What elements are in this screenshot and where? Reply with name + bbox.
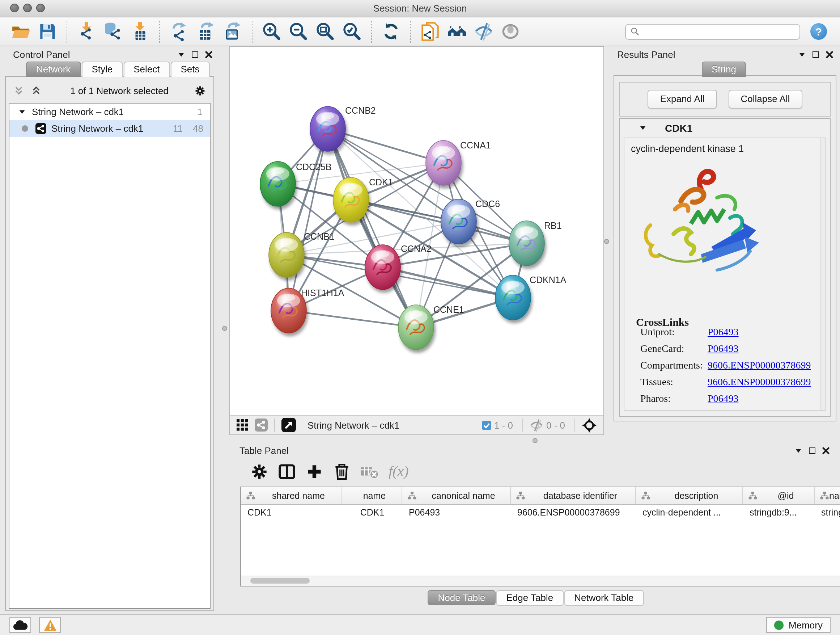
export-table-icon[interactable]: [196, 22, 216, 41]
close-panel-icon[interactable]: [822, 447, 830, 455]
cell-namespace: stringdb: [815, 508, 840, 518]
table-tab-node-table[interactable]: Node Table: [428, 590, 495, 605]
collapse-panel-icon[interactable]: [798, 51, 806, 59]
add-icon[interactable]: [305, 462, 324, 481]
column-header-namespace[interactable]: namespace: [815, 487, 840, 504]
results-panel: Results Panel String Expand All Collapse…: [608, 46, 840, 444]
column-header-shared-name[interactable]: shared name: [241, 487, 342, 504]
node-CCNA1[interactable]: [426, 141, 461, 185]
gear-icon[interactable]: [249, 462, 269, 481]
toolbar-separator: [410, 21, 411, 42]
table-row[interactable]: CDK1CDK1P064939606.ENSP00000378699cyclin…: [241, 505, 840, 521]
node-CCNB2[interactable]: [310, 106, 346, 151]
crosslink-value-link[interactable]: 9606.ENSP00000378699: [707, 360, 811, 371]
node-CDKN1A[interactable]: [495, 275, 531, 320]
node-CCNE1[interactable]: [398, 305, 434, 350]
node-CDC25B[interactable]: [260, 162, 295, 206]
table-tab-network-table[interactable]: Network Table: [564, 590, 644, 606]
node-section-header[interactable]: CDK1: [620, 119, 830, 137]
zoom-in-icon[interactable]: [262, 22, 281, 41]
node-CDC6[interactable]: [441, 199, 477, 244]
node-CDK1[interactable]: [333, 177, 369, 222]
search-input[interactable]: [643, 26, 795, 37]
close-panel-icon[interactable]: [826, 51, 834, 59]
column-header-database-identifier[interactable]: database identifier: [511, 487, 636, 504]
control-tab-select[interactable]: Select: [123, 62, 170, 77]
crosslink-value-link[interactable]: P06493: [707, 343, 739, 355]
section-expander-icon[interactable]: [639, 124, 647, 132]
warnings-button[interactable]: [39, 617, 61, 633]
zoom-out-icon[interactable]: [289, 22, 308, 41]
control-tab-network[interactable]: Network: [26, 62, 81, 77]
node-CCNB1[interactable]: [269, 233, 304, 277]
share-document-icon[interactable]: [420, 22, 440, 41]
results-tab-string[interactable]: String: [701, 62, 746, 77]
collapse-all-button[interactable]: Collapse All: [729, 90, 802, 109]
float-panel-icon[interactable]: [809, 448, 815, 454]
save-session-icon[interactable]: [38, 22, 57, 41]
search-box[interactable]: [625, 24, 800, 40]
crosslink-value-link[interactable]: P06493: [707, 393, 739, 405]
close-panel-icon[interactable]: [205, 51, 213, 59]
network-options-gear-icon[interactable]: [194, 84, 206, 97]
memory-button[interactable]: Memory: [766, 617, 831, 633]
control-tab-sets[interactable]: Sets: [171, 62, 210, 77]
refresh-layout-icon[interactable]: [381, 22, 401, 41]
zoom-selected-icon[interactable]: [342, 22, 362, 41]
crosslink-value-link[interactable]: P06493: [707, 326, 739, 338]
help-button[interactable]: ?: [810, 23, 827, 40]
column-header-@id[interactable]: @id: [743, 487, 815, 504]
toolbar-separator: [66, 21, 67, 42]
float-panel-icon[interactable]: [813, 51, 819, 58]
selected-count: 1 - 0: [494, 420, 513, 431]
columns-icon[interactable]: [277, 462, 297, 481]
crosslink-value-link[interactable]: 9606.ENSP00000378699: [707, 377, 811, 388]
results-scrollbar[interactable]: [820, 138, 826, 410]
crosslink-label: Compartments:: [640, 360, 703, 371]
collapse-panel-icon[interactable]: [177, 51, 185, 59]
hide-graphics-icon[interactable]: [474, 22, 493, 41]
bottom-splitter-handle[interactable]: [532, 438, 538, 443]
zoom-fit-icon[interactable]: [316, 22, 335, 41]
share-network-icon[interactable]: [255, 418, 268, 432]
cloud-button[interactable]: [9, 617, 31, 633]
fx-icon: f(x): [387, 462, 412, 481]
export-network-icon[interactable]: [169, 22, 189, 41]
column-label: canonical name: [417, 491, 510, 501]
column-header-canonical-name[interactable]: canonical name: [402, 487, 511, 504]
expand-all-networks-icon[interactable]: [31, 86, 41, 96]
collapse-all-networks-icon[interactable]: [14, 86, 24, 96]
node-RB1[interactable]: [509, 221, 545, 266]
network-view-title: String Network – cdk1: [308, 420, 399, 431]
delete-icon[interactable]: [332, 462, 352, 481]
expand-all-button[interactable]: Expand All: [648, 90, 717, 109]
node-CCNA2[interactable]: [365, 245, 401, 290]
left-splitter-handle[interactable]: [222, 326, 227, 331]
network-tree-item[interactable]: String Network – cdk11: [9, 103, 210, 120]
column-header-name[interactable]: name: [342, 487, 402, 504]
column-label: @id: [758, 491, 814, 501]
network-tree-item[interactable]: String Network – cdk11148: [9, 120, 210, 137]
import-table-icon[interactable]: [130, 22, 150, 41]
fit-crosshair-icon[interactable]: [582, 417, 597, 432]
selected-checkbox-icon[interactable]: [482, 420, 491, 430]
network-list-toolbar: 1 of 1 Network selected: [10, 82, 209, 99]
open-session-icon[interactable]: [11, 22, 30, 41]
tree-expander-icon[interactable]: [18, 108, 26, 116]
home-style-icon[interactable]: [447, 22, 467, 41]
import-network-icon[interactable]: [77, 22, 96, 41]
collapse-panel-icon[interactable]: [794, 447, 802, 455]
float-panel-icon[interactable]: [192, 51, 198, 58]
control-tab-style[interactable]: Style: [81, 62, 123, 77]
import-database-icon[interactable]: [103, 22, 123, 41]
table-hscrollbar-thumb[interactable]: [250, 578, 309, 584]
table-tab-edge-table[interactable]: Edge Table: [496, 590, 564, 606]
column-header-description[interactable]: description: [636, 487, 743, 504]
hidden-eye-icon[interactable]: [530, 418, 543, 432]
grid-view-icon[interactable]: [237, 419, 248, 431]
birdseye-icon[interactable]: [281, 418, 296, 432]
export-image-icon[interactable]: [223, 22, 242, 41]
network-canvas[interactable]: CCNB2CCNA1CDC25BCDK1CDC6RB1CCNB1CCNA2CDK…: [230, 47, 603, 416]
memory-status-icon: [774, 620, 783, 630]
show-graphics-icon[interactable]: [501, 22, 520, 41]
